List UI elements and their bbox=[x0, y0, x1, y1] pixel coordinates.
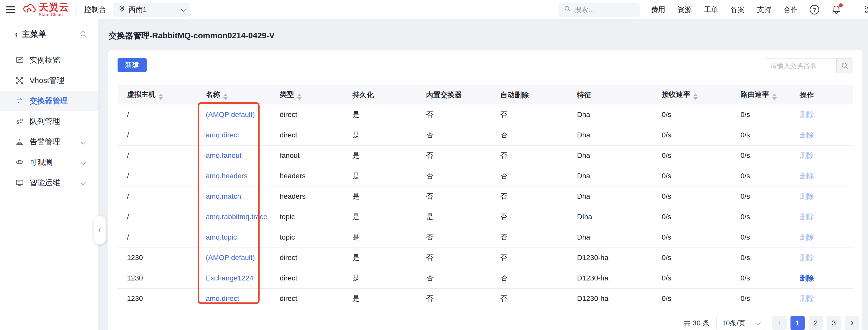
global-search-placeholder: 搜索... bbox=[575, 5, 594, 14]
exchange-name-link[interactable]: amq.headers bbox=[206, 172, 247, 180]
delete-link[interactable]: 删除 bbox=[800, 295, 814, 302]
cell-action: 删除 bbox=[790, 268, 853, 288]
cell-route-rate: 0/s bbox=[731, 268, 790, 288]
exchange-search-button[interactable] bbox=[836, 58, 853, 73]
cell-features: Dha bbox=[568, 145, 652, 166]
instance-overview-icon bbox=[15, 56, 24, 64]
table-row: /amq.directdirect是否否Dha0/s0/s删除 bbox=[118, 125, 853, 145]
cell-vhost: / bbox=[118, 105, 196, 125]
prev-page-button[interactable]: ‹ bbox=[772, 316, 787, 330]
sort-icon[interactable] bbox=[159, 93, 163, 100]
exchange-name-link[interactable]: Exchange1224 bbox=[206, 274, 253, 282]
exchange-search-input[interactable] bbox=[765, 58, 836, 73]
chevron-down-icon bbox=[81, 159, 86, 165]
back-chevron-icon[interactable]: ‹ bbox=[15, 29, 18, 39]
sort-icon[interactable] bbox=[772, 93, 777, 100]
global-search[interactable]: 搜索... bbox=[559, 3, 640, 17]
exchange-name-link[interactable]: amq.fanout bbox=[206, 152, 242, 159]
topbar-nav-item[interactable]: 工单 bbox=[704, 5, 718, 15]
cell-receive-rate: 0/s bbox=[652, 166, 731, 186]
help-button[interactable]: ? bbox=[809, 4, 820, 15]
column-header[interactable]: 接收速率 bbox=[652, 85, 731, 105]
page-button-2[interactable]: 2 bbox=[809, 316, 823, 330]
sort-icon[interactable] bbox=[693, 93, 698, 100]
divider bbox=[76, 5, 77, 15]
cell-name: amq.fanout bbox=[196, 145, 270, 166]
delete-link[interactable]: 删除 bbox=[800, 111, 814, 118]
cell-internal: 否 bbox=[417, 268, 491, 288]
exchange-name-link[interactable]: amq.direct bbox=[206, 131, 239, 139]
delete-link[interactable]: 删除 bbox=[800, 131, 814, 139]
column-header[interactable]: 虚拟主机 bbox=[118, 85, 196, 105]
total-count: 共 30 条 bbox=[683, 318, 710, 328]
sidebar: ‹ 主菜单 实例概览Vhost管理交换器管理队列管理告警管理可观测智能运维 bbox=[0, 20, 98, 330]
sort-icon[interactable] bbox=[223, 93, 228, 100]
delete-link[interactable]: 删除 bbox=[800, 254, 814, 262]
user-menu[interactable]: 沈 bbox=[864, 5, 868, 15]
page-title: 交换器管理-RabbitMQ-common0214-0429-V bbox=[108, 30, 868, 42]
topbar-nav-item[interactable]: 支持 bbox=[757, 5, 771, 15]
cell-features: D1230-ha bbox=[568, 288, 652, 309]
exchange-name-link[interactable]: (AMQP default) bbox=[206, 254, 255, 262]
create-button[interactable]: 新建 bbox=[118, 58, 147, 72]
cell-vhost: / bbox=[118, 207, 196, 227]
cell-receive-rate: 0/s bbox=[652, 105, 731, 125]
page-button-1[interactable]: 1 bbox=[790, 316, 805, 330]
page-size-select[interactable]: 10条/页 bbox=[716, 316, 764, 330]
sidebar-search-icon[interactable] bbox=[80, 30, 87, 38]
cell-type: headers bbox=[270, 166, 343, 186]
cell-durable: 是 bbox=[343, 145, 417, 166]
region-selector[interactable]: 西南1 bbox=[113, 3, 190, 17]
page-button-3[interactable]: 3 bbox=[827, 316, 841, 330]
column-header[interactable]: 类型 bbox=[270, 85, 343, 105]
delete-link[interactable]: 删除 bbox=[800, 213, 814, 221]
exchange-name-link[interactable]: amq.rabbitmq.trace bbox=[206, 213, 267, 221]
column-header-label: 操作 bbox=[800, 91, 814, 99]
cell-name: (AMQP default) bbox=[196, 248, 270, 268]
sidebar-item-exchange[interactable]: 交换器管理 bbox=[0, 91, 98, 111]
topbar-nav-item[interactable]: 备案 bbox=[731, 5, 745, 15]
column-header[interactable]: 路由速率 bbox=[731, 85, 790, 105]
divider bbox=[853, 5, 853, 15]
cell-name: amq.headers bbox=[196, 166, 270, 186]
delete-link[interactable]: 删除 bbox=[800, 233, 814, 241]
sort-icon[interactable] bbox=[297, 93, 302, 100]
topbar-nav-item[interactable]: 资源 bbox=[678, 5, 692, 15]
exchange-name-link[interactable]: amq.match bbox=[206, 192, 241, 200]
sidebar-item-vhost[interactable]: Vhost管理 bbox=[0, 70, 98, 91]
cell-durable: 是 bbox=[343, 288, 417, 309]
sidebar-item-observe[interactable]: 可观测 bbox=[0, 152, 98, 172]
exchange-name-link[interactable]: (AMQP default) bbox=[206, 111, 255, 118]
exchange-name-link[interactable]: amq.topic bbox=[206, 233, 237, 241]
cell-vhost: / bbox=[118, 166, 196, 186]
notification-bell-button[interactable] bbox=[831, 4, 842, 15]
hamburger-menu-icon[interactable] bbox=[6, 6, 15, 13]
cell-internal: 否 bbox=[417, 105, 491, 125]
delete-link[interactable]: 删除 bbox=[800, 192, 814, 200]
console-link[interactable]: 控制台 bbox=[84, 5, 106, 15]
cell-internal: 否 bbox=[417, 166, 491, 186]
delete-link[interactable]: 删除 bbox=[800, 274, 814, 282]
sidebar-collapse-handle[interactable]: ‹ bbox=[94, 216, 105, 244]
cell-action: 删除 bbox=[790, 288, 853, 309]
brand-logo[interactable]: 天翼云 State Cloud bbox=[23, 2, 69, 17]
next-page-button[interactable]: › bbox=[845, 316, 859, 330]
cell-receive-rate: 0/s bbox=[652, 288, 731, 309]
exchange-name-link[interactable]: amq.direct bbox=[206, 295, 239, 302]
topbar-nav-item[interactable]: 合作 bbox=[784, 5, 798, 15]
delete-link[interactable]: 删除 bbox=[800, 172, 814, 180]
sidebar-item-queue[interactable]: 队列管理 bbox=[0, 111, 98, 132]
table-row: /amq.rabbitmq.tracetopic是是否DIha0/s0/s删除 bbox=[118, 207, 853, 227]
cell-name: amq.rabbitmq.trace bbox=[196, 207, 270, 227]
table-row: 1230amq.directdirect是否否D1230-ha0/s0/s删除 bbox=[118, 288, 853, 309]
observe-icon bbox=[15, 158, 24, 167]
delete-link[interactable]: 删除 bbox=[800, 152, 814, 159]
column-header[interactable]: 名称 bbox=[196, 85, 270, 105]
column-header-label: 自动删除 bbox=[500, 91, 529, 99]
cell-internal: 否 bbox=[417, 145, 491, 166]
sidebar-item-aiops[interactable]: 智能运维 bbox=[0, 172, 98, 193]
sidebar-item-alarm[interactable]: 告警管理 bbox=[0, 132, 98, 152]
sidebar-item-instance-overview[interactable]: 实例概览 bbox=[0, 50, 98, 70]
topbar-nav-item[interactable]: 费用 bbox=[651, 5, 665, 15]
cell-receive-rate: 0/s bbox=[652, 145, 731, 166]
